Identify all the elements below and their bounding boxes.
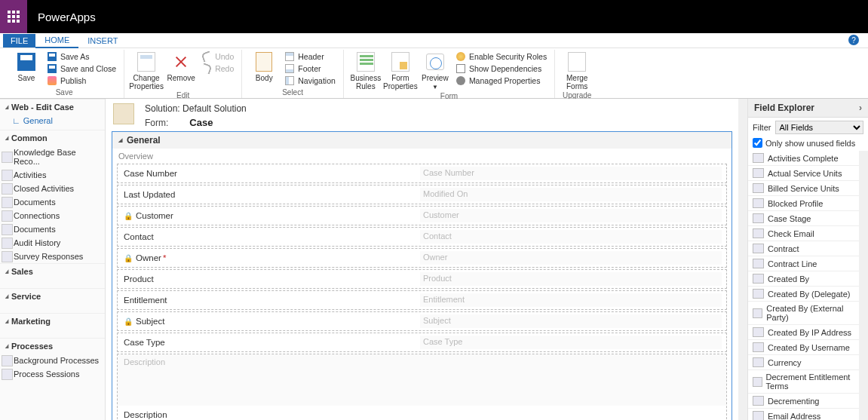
dependencies-icon (455, 63, 466, 74)
nav-item[interactable]: Connections (0, 209, 105, 222)
redo-button[interactable]: Redo (198, 63, 237, 75)
change-properties-button[interactable]: Change Properties (129, 50, 164, 90)
field-label: Case Type (124, 338, 165, 347)
tab-insert[interactable]: INSERT (78, 34, 127, 48)
preview-label: Preview▼ (422, 74, 449, 91)
undo-button[interactable]: Undo (198, 51, 237, 63)
save-button[interactable]: Save (9, 50, 44, 82)
nav-section-sales[interactable]: Sales (0, 263, 105, 279)
field-explorer-item[interactable]: Created By (External Party) (748, 302, 859, 325)
gear-icon (455, 75, 466, 86)
field-explorer-item[interactable]: Blocked Profile (748, 196, 859, 211)
nav-item[interactable]: Process Sessions (0, 367, 105, 381)
body-button[interactable]: Body (247, 50, 281, 82)
save-close-button[interactable]: Save and Close (44, 63, 119, 75)
form-properties-icon (390, 51, 411, 72)
business-rules-label: Business Rules (351, 74, 382, 90)
section-general[interactable]: General (112, 132, 732, 149)
field-label: Entitlement (124, 296, 167, 305)
footer-button[interactable]: Footer (281, 63, 339, 75)
change-properties-label: Change Properties (129, 74, 164, 90)
managed-properties-button[interactable]: Managed Properties (452, 75, 550, 87)
navigation-button[interactable]: Navigation (281, 75, 339, 87)
field-explorer-item[interactable]: Created By Username (748, 340, 859, 355)
remove-icon (170, 51, 192, 72)
field-placeholder: Subject (420, 314, 722, 328)
field-explorer-item[interactable]: Check Email (748, 226, 859, 241)
nav-section-common[interactable]: Common (0, 130, 105, 146)
tab-file[interactable]: FILE (3, 34, 35, 48)
field-row[interactable]: ContactContact (117, 227, 727, 247)
publish-button[interactable]: Publish (44, 75, 119, 87)
field-placeholder: Contact (420, 230, 722, 244)
required-asterisk: * (163, 253, 166, 262)
field-explorer-item[interactable]: Case Stage (748, 211, 859, 226)
redo-icon (201, 63, 212, 74)
tab-home[interactable]: HOME (35, 33, 78, 48)
field-explorer-item[interactable]: Actual Service Units (748, 166, 859, 181)
nav-item[interactable]: Survey Responses (0, 250, 105, 263)
field-row[interactable]: Case TypeCase Type (117, 333, 727, 352)
remove-label: Remove (167, 74, 195, 82)
nav-section-service[interactable]: Service (0, 288, 105, 304)
merge-forms-button[interactable]: Merge Forms (560, 50, 594, 90)
nav-item[interactable]: Background Processes (0, 354, 105, 367)
field-explorer-item[interactable]: Decrement Entitlement Terms (748, 370, 859, 394)
field-explorer-item[interactable]: Created By (748, 271, 859, 287)
field-explorer-item[interactable]: Created By IP Address (748, 325, 859, 340)
unused-fields-checkbox[interactable] (753, 138, 762, 148)
description-label: Description (118, 406, 726, 420)
navigation-icon (284, 75, 295, 86)
svg-rect-8 (17, 20, 20, 23)
save-as-button[interactable]: Save As (44, 51, 119, 63)
nav-section-marketing[interactable]: Marketing (0, 313, 105, 329)
field-row[interactable]: Last UpdatedModified On (117, 185, 727, 204)
field-explorer-item[interactable]: Contract (748, 241, 859, 256)
center-scrollbar[interactable] (738, 99, 747, 420)
solution-label: Solution: (145, 103, 180, 114)
field-explorer-item[interactable]: Decrementing (748, 394, 859, 409)
field-explorer-item[interactable]: Billed Service Units (748, 181, 859, 196)
chevron-right-icon[interactable]: › (859, 103, 862, 113)
form-properties-button[interactable]: Form Properties (383, 50, 418, 90)
field-row-description[interactable]: Description Description (117, 354, 727, 420)
nav-item[interactable]: Documents (0, 195, 105, 209)
field-label: Owner (136, 253, 161, 262)
field-row[interactable]: ProductProduct (117, 269, 727, 289)
show-dependencies-button[interactable]: Show Dependencies (452, 63, 550, 75)
business-rules-button[interactable]: Business Rules (348, 50, 383, 90)
nav-section-processes[interactable]: Processes (0, 338, 105, 354)
nav-item[interactable]: Knowledge Base Reco... (0, 146, 105, 168)
field-explorer-item[interactable]: Created By (Delegate) (748, 287, 859, 302)
field-row[interactable]: Case NumberCase Number (117, 164, 727, 183)
nav-link-general[interactable]: ∟General (0, 115, 105, 130)
nav-item[interactable]: Documents (0, 222, 105, 236)
field-placeholder: Customer (420, 209, 722, 222)
app-launcher-icon[interactable] (0, 0, 27, 33)
field-row[interactable]: 🔒Owner*Owner (117, 248, 727, 268)
preview-button[interactable]: Preview▼ (418, 50, 452, 91)
form-canvas[interactable]: General Overview Case NumberCase NumberL… (112, 131, 732, 420)
nav-section-web[interactable]: Web - Edit Case (0, 99, 105, 115)
field-explorer-item[interactable]: Email Address (748, 409, 859, 420)
field-explorer-item[interactable]: Currency (748, 355, 859, 370)
field-row[interactable]: EntitlementEntitlement (117, 290, 727, 310)
body-label: Body (256, 74, 273, 82)
nav-item[interactable]: Audit History (0, 236, 105, 250)
merge-forms-icon (566, 51, 587, 72)
field-label: Customer (136, 211, 173, 220)
field-explorer-item[interactable]: Contract Line (748, 256, 859, 271)
explorer-scrollbar[interactable] (859, 151, 868, 420)
field-row[interactable]: 🔒CustomerCustomer (117, 206, 727, 225)
field-explorer-item[interactable]: Activities Complete (748, 151, 859, 166)
help-icon[interactable]: ? (848, 35, 859, 45)
field-row[interactable]: 🔒SubjectSubject (117, 311, 727, 331)
enable-security-roles-button[interactable]: Enable Security Roles (452, 51, 550, 63)
header-button[interactable]: Header (281, 51, 339, 63)
nav-item[interactable]: Closed Activities (0, 182, 105, 195)
ribbon-group-select: Select (282, 87, 303, 98)
field-placeholder: Owner (420, 251, 722, 265)
filter-select[interactable]: All Fields (775, 121, 863, 134)
nav-item[interactable]: Activities (0, 168, 105, 182)
remove-button[interactable]: Remove (164, 50, 198, 82)
